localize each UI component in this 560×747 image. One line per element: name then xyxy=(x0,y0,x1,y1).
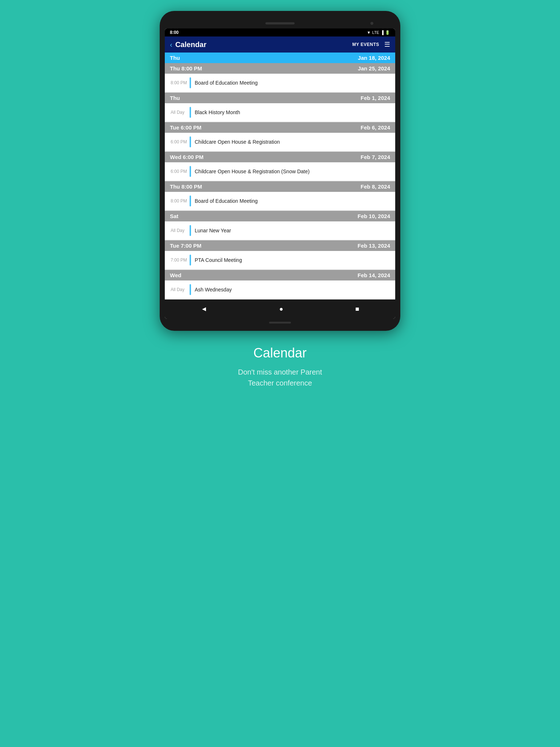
day-header-feb7-day: Wed 6:00 PM xyxy=(170,154,203,160)
nav-back-button[interactable]: ◄ xyxy=(194,304,215,314)
day-header-feb14-date: Feb 14, 2024 xyxy=(358,272,390,278)
event-time: 8:00 PM xyxy=(171,80,190,85)
wifi-icon: ▼ xyxy=(367,30,371,35)
event-bar xyxy=(190,107,191,118)
day-header-feb13-day: Tue 7:00 PM xyxy=(170,243,201,249)
event-bar xyxy=(190,284,191,295)
day-header-feb1-day: Thu xyxy=(170,95,180,101)
event-title: Childcare Open House & Registration xyxy=(195,139,280,145)
day-header-feb8-day: Thu 8:00 PM xyxy=(170,183,202,190)
subtitle-line1: Don't miss another Parent xyxy=(238,368,322,376)
app-title: Calendar xyxy=(175,40,353,49)
day-header-feb7-date: Feb 7, 2024 xyxy=(361,154,390,160)
event-bar xyxy=(190,166,191,177)
below-title: Calendar xyxy=(238,345,322,361)
event-row-feb14-1[interactable]: All Day Ash Wednesday xyxy=(165,280,395,299)
day-header-feb10: Sat Feb 10, 2024 xyxy=(165,211,395,221)
today-header: Thu Jan 18, 2024 xyxy=(165,53,395,63)
event-bar xyxy=(190,196,191,206)
status-bar: 8:00 ▼ LTE ▐ 🔋 xyxy=(165,28,395,36)
day-header-feb14: Wed Feb 14, 2024 xyxy=(165,270,395,280)
event-time: 6:00 PM xyxy=(171,169,190,174)
day-header-feb6: Tue 6:00 PM Feb 6, 2024 xyxy=(165,122,395,133)
event-title: Childcare Open House & Registration (Sno… xyxy=(195,169,310,174)
lte-label: LTE xyxy=(372,30,379,35)
event-title: Board of Education Meeting xyxy=(195,198,258,204)
tablet-screen: 8:00 ▼ LTE ▐ 🔋 ‹ Calendar MY EVENTS ☰ Th… xyxy=(165,28,395,319)
event-row-feb1-1[interactable]: All Day Black History Month xyxy=(165,103,395,122)
below-tablet-content: Calendar Don't miss another Parent Teach… xyxy=(238,345,322,388)
event-time: 7:00 PM xyxy=(171,258,190,263)
my-events-button[interactable]: MY EVENTS xyxy=(352,42,379,47)
tablet-bottom-bar xyxy=(165,322,395,324)
signal-bars-icon: ▐ xyxy=(381,30,384,35)
event-bar xyxy=(190,255,191,266)
bottom-nav: ◄ ● ■ xyxy=(165,299,395,319)
day-header-feb13: Tue 7:00 PM Feb 13, 2024 xyxy=(165,240,395,251)
app-header: ‹ Calendar MY EVENTS ☰ xyxy=(165,36,395,53)
day-header-feb7: Wed 6:00 PM Feb 7, 2024 xyxy=(165,152,395,162)
battery-icon: 🔋 xyxy=(385,30,390,35)
today-day-name: Thu xyxy=(170,55,180,61)
tablet-top-bar xyxy=(165,18,395,28)
day-header-feb13-date: Feb 13, 2024 xyxy=(358,243,390,249)
tablet-camera xyxy=(370,22,373,25)
event-row-feb10-1[interactable]: All Day Lunar New Year xyxy=(165,221,395,240)
tablet-home-indicator xyxy=(269,322,291,324)
event-time: 6:00 PM xyxy=(171,139,190,144)
subtitle-line2: Teacher conference xyxy=(248,379,312,387)
status-time: 8:00 xyxy=(170,30,179,35)
event-bar xyxy=(190,77,191,88)
event-time: All Day xyxy=(171,287,190,292)
event-row-jan25-1[interactable]: 8:00 PM Board of Education Meeting xyxy=(165,74,395,92)
event-title: Board of Education Meeting xyxy=(195,80,258,86)
day-header-jan25-day: Thu 8:00 PM xyxy=(170,65,202,71)
event-row-feb6-1[interactable]: 6:00 PM Childcare Open House & Registrat… xyxy=(165,133,395,151)
status-icons: ▼ LTE ▐ 🔋 xyxy=(367,30,390,35)
event-bar xyxy=(190,225,191,236)
day-header-feb10-day: Sat xyxy=(170,213,178,219)
day-header-jan25-date: Jan 25, 2024 xyxy=(358,65,390,71)
day-header-feb6-day: Tue 6:00 PM xyxy=(170,124,201,131)
nav-recents-button[interactable]: ■ xyxy=(348,304,366,314)
event-bar xyxy=(190,136,191,147)
event-row-feb13-1[interactable]: 7:00 PM PTA Council Meeting xyxy=(165,251,395,270)
back-button[interactable]: ‹ xyxy=(170,40,172,49)
event-title: Ash Wednesday xyxy=(195,287,232,293)
event-row-feb7-1[interactable]: 6:00 PM Childcare Open House & Registrat… xyxy=(165,162,395,181)
event-title: PTA Council Meeting xyxy=(195,257,242,263)
nav-home-button[interactable]: ● xyxy=(272,304,291,314)
calendar-content: Thu Jan 18, 2024 Thu 8:00 PM Jan 25, 202… xyxy=(165,53,395,299)
event-title: Black History Month xyxy=(195,109,240,115)
event-row-feb8-1[interactable]: 8:00 PM Board of Education Meeting xyxy=(165,192,395,210)
day-header-feb14-day: Wed xyxy=(170,272,181,278)
tablet-device: 8:00 ▼ LTE ▐ 🔋 ‹ Calendar MY EVENTS ☰ Th… xyxy=(160,11,400,331)
day-header-feb6-date: Feb 6, 2024 xyxy=(361,124,390,131)
day-header-feb8-date: Feb 8, 2024 xyxy=(361,183,390,190)
event-time: All Day xyxy=(171,228,190,233)
below-subtitle: Don't miss another Parent Teacher confer… xyxy=(238,367,322,388)
event-title: Lunar New Year xyxy=(195,228,231,233)
today-date: Jan 18, 2024 xyxy=(358,55,390,61)
tablet-speaker xyxy=(265,22,295,24)
day-header-feb8: Thu 8:00 PM Feb 8, 2024 xyxy=(165,181,395,192)
event-time: 8:00 PM xyxy=(171,198,190,204)
day-header-feb10-date: Feb 10, 2024 xyxy=(358,213,390,219)
menu-button[interactable]: ☰ xyxy=(384,40,390,49)
day-header-feb1: Thu Feb 1, 2024 xyxy=(165,93,395,103)
day-header-feb1-date: Feb 1, 2024 xyxy=(361,95,390,101)
day-header-jan25: Thu 8:00 PM Jan 25, 2024 xyxy=(165,63,395,74)
event-time: All Day xyxy=(171,110,190,115)
